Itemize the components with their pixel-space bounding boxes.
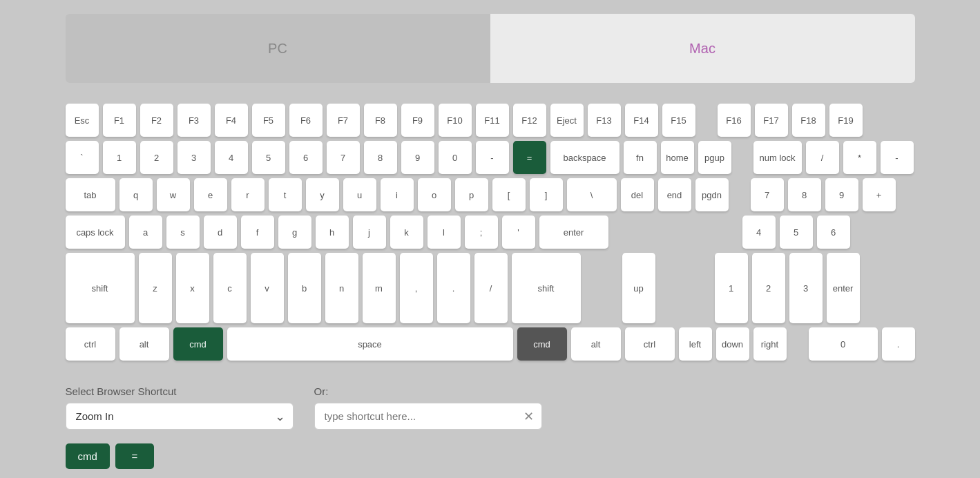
key-1[interactable]: 1 [103,141,136,174]
key-w[interactable]: w [157,178,190,211]
key-num-dot[interactable]: . [882,327,915,361]
key-f3[interactable]: F3 [177,104,211,137]
key-f16[interactable]: F16 [718,104,751,137]
key-m[interactable]: m [363,253,396,323]
key-eject[interactable]: Eject [550,104,584,137]
key-e[interactable]: e [194,178,227,211]
key-f14[interactable]: F14 [625,104,658,137]
key-f19[interactable]: F19 [829,104,863,137]
key-o[interactable]: o [418,178,451,211]
key-z[interactable]: z [139,253,172,323]
key-f18[interactable]: F18 [792,104,825,137]
key-i[interactable]: i [381,178,414,211]
key-shift-right[interactable]: shift [512,253,581,323]
tab-mac[interactable]: Mac [490,14,915,83]
key-cmd-right[interactable]: cmd [517,327,567,361]
key-num-star[interactable]: * [843,141,876,174]
key-f10[interactable]: F10 [439,104,472,137]
key-5[interactable]: 5 [252,141,285,174]
key-f[interactable]: f [241,216,274,249]
key-alt-left[interactable]: alt [119,327,169,361]
key-capslock[interactable]: caps lock [66,216,125,249]
key-f2[interactable]: F2 [140,104,173,137]
key-num6[interactable]: 6 [817,216,850,249]
key-f11[interactable]: F11 [476,104,509,137]
key-pgup[interactable]: pgup [698,141,731,174]
key-k[interactable]: k [390,216,423,249]
key-num-slash[interactable]: / [806,141,839,174]
key-8[interactable]: 8 [364,141,397,174]
key-9[interactable]: 9 [401,141,434,174]
key-f1[interactable]: F1 [103,104,136,137]
key-minus[interactable]: - [476,141,509,174]
key-f4[interactable]: F4 [215,104,248,137]
key-quote[interactable]: ' [502,216,535,249]
key-left[interactable]: left [679,327,712,361]
key-f8[interactable]: F8 [364,104,397,137]
key-f15[interactable]: F15 [662,104,695,137]
key-home[interactable]: home [661,141,694,174]
key-comma[interactable]: , [400,253,433,323]
key-equals[interactable]: = [513,141,546,174]
key-g[interactable]: g [278,216,311,249]
shortcut-select[interactable]: Zoom In Zoom Out Reload [66,403,294,430]
key-n[interactable]: n [325,253,358,323]
key-period[interactable]: . [437,253,470,323]
key-up[interactable]: up [622,253,655,323]
key-num-plus[interactable]: + [863,178,896,211]
key-4[interactable]: 4 [215,141,248,174]
key-f5[interactable]: F5 [252,104,285,137]
key-num5[interactable]: 5 [780,216,813,249]
key-lbracket[interactable]: [ [492,178,526,211]
key-num2[interactable]: 2 [752,253,785,323]
tab-pc[interactable]: PC [66,14,490,83]
key-p[interactable]: p [455,178,488,211]
clear-input-button[interactable]: ✕ [523,409,534,424]
key-ctrl-right[interactable]: ctrl [625,327,675,361]
key-3[interactable]: 3 [177,141,211,174]
key-num8[interactable]: 8 [788,178,821,211]
key-backtick[interactable]: ` [66,141,99,174]
key-num4[interactable]: 4 [742,216,776,249]
key-f13[interactable]: F13 [588,104,621,137]
key-num3[interactable]: 3 [789,253,823,323]
key-u[interactable]: u [343,178,376,211]
key-7[interactable]: 7 [327,141,360,174]
key-f9[interactable]: F9 [401,104,434,137]
key-2[interactable]: 2 [140,141,173,174]
key-r[interactable]: r [231,178,265,211]
key-num0[interactable]: 0 [809,327,878,361]
key-num-minus[interactable]: - [881,141,914,174]
key-b[interactable]: b [288,253,321,323]
key-j[interactable]: j [353,216,386,249]
key-ctrl-left[interactable]: ctrl [66,327,115,361]
key-t[interactable]: t [269,178,302,211]
key-enter[interactable]: enter [539,216,608,249]
key-h[interactable]: h [316,216,349,249]
key-num-enter[interactable]: enter [827,253,860,323]
key-down[interactable]: down [716,327,749,361]
key-cmd-left[interactable]: cmd [173,327,223,361]
key-num7[interactable]: 7 [751,178,784,211]
key-a[interactable]: a [129,216,162,249]
key-x[interactable]: x [176,253,209,323]
key-l[interactable]: l [427,216,461,249]
key-esc[interactable]: Esc [66,104,99,137]
key-numlock[interactable]: num lock [753,141,802,174]
key-c[interactable]: c [213,253,247,323]
key-del[interactable]: del [621,178,654,211]
shortcut-input[interactable] [314,403,542,430]
key-alt-right[interactable]: alt [571,327,621,361]
key-backspace[interactable]: backspace [550,141,619,174]
key-d[interactable]: d [204,216,237,249]
key-y[interactable]: y [306,178,339,211]
key-q[interactable]: q [119,178,153,211]
key-pgdn[interactable]: pgdn [695,178,729,211]
key-num9[interactable]: 9 [825,178,858,211]
key-0[interactable]: 0 [439,141,472,174]
key-f12[interactable]: F12 [513,104,546,137]
key-shift-left[interactable]: shift [66,253,135,323]
key-f6[interactable]: F6 [289,104,323,137]
key-backslash[interactable]: \ [567,178,617,211]
key-f7[interactable]: F7 [327,104,360,137]
